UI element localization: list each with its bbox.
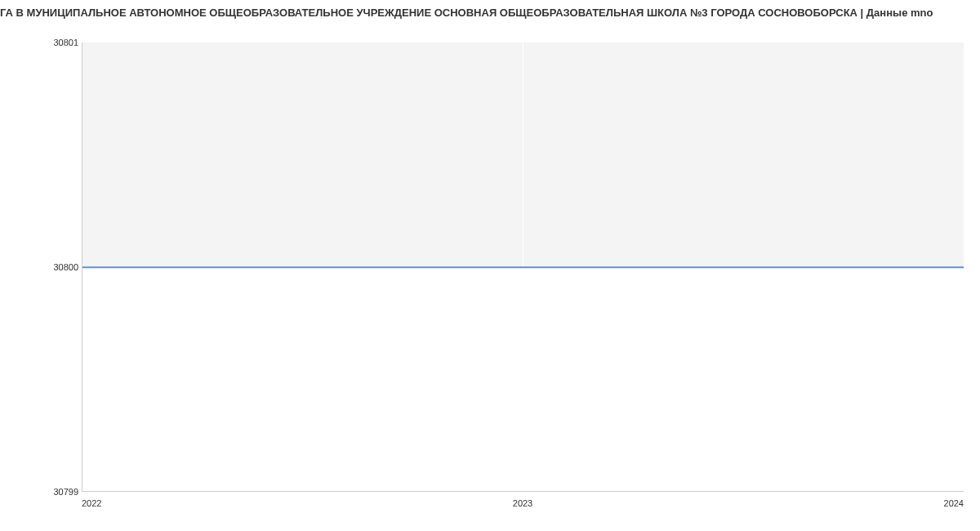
y-axis-tick-label: 30800: [53, 262, 78, 272]
y-axis-tick-label: 30801: [53, 38, 78, 47]
x-axis-tick-label: 2022: [82, 498, 101, 508]
chart-title: ГА В МУНИЦИПАЛЬНОЕ АВТОНОМНОЕ ОБЩЕОБРАЗО…: [0, 0, 933, 22]
chart-plot-area: [82, 42, 964, 492]
axis-border: [82, 42, 964, 492]
y-axis-tick-label: 30799: [53, 487, 78, 497]
x-axis-tick-label: 2024: [944, 498, 964, 508]
x-axis-tick-label: 2023: [513, 498, 532, 508]
